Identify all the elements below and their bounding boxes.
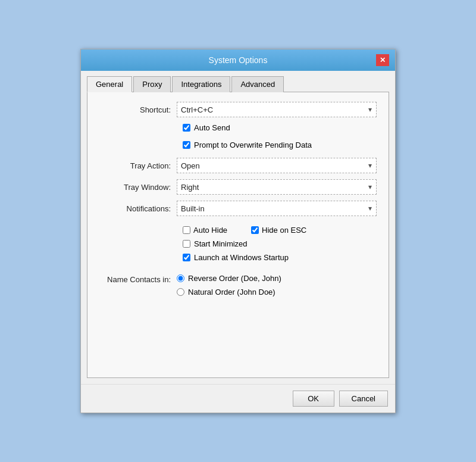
reverse-order-label: Reverse Order (Doe, John) (188, 274, 281, 283)
tab-content-general: Shortcut: Ctrl+C+C Ctrl+Shift+C Ctrl+Alt… (87, 92, 389, 378)
auto-send-checkbox[interactable] (183, 124, 190, 132)
start-minimized-row: Start Minimized (99, 239, 377, 248)
launch-startup-row: Launch at Windows Startup (99, 253, 377, 262)
name-contacts-radio-group: Reverse Order (Doe, John) Natural Order … (177, 274, 377, 296)
tab-bar: General Proxy Integrations Advanced (87, 76, 389, 92)
dialog-system-options: System Options ✕ General Proxy Integrati… (80, 49, 396, 413)
notifications-select[interactable]: Built-in System None (177, 201, 377, 216)
tab-proxy[interactable]: Proxy (133, 76, 171, 92)
hide-on-esc-item: Hide on ESC (251, 226, 306, 235)
tab-advanced[interactable]: Advanced (231, 76, 284, 92)
tray-window-row: Tray Window: Right Left Center (99, 179, 377, 195)
tray-action-select-wrap: Open Minimize Close (177, 158, 377, 173)
launch-startup-label: Launch at Windows Startup (194, 253, 289, 262)
auto-hide-checkbox[interactable] (183, 226, 190, 234)
name-contacts-label: Name Contacts in: (99, 274, 177, 284)
notifications-select-wrap: Built-in System None (177, 201, 377, 216)
tray-window-control: Right Left Center (177, 179, 377, 195)
natural-order-label: Natural Order (John Doe) (188, 288, 275, 296)
tray-window-select-wrap: Right Left Center (177, 179, 377, 195)
dialog-footer: OK Cancel (81, 384, 395, 413)
tray-action-row: Tray Action: Open Minimize Close (99, 158, 377, 173)
dialog-body: General Proxy Integrations Advanced Shor… (81, 71, 395, 384)
reverse-order-radio[interactable] (177, 274, 184, 282)
name-contacts-control: Reverse Order (Doe, John) Natural Order … (177, 274, 377, 296)
shortcut-select-wrap: Ctrl+C+C Ctrl+Shift+C Ctrl+Alt+C (177, 102, 377, 117)
prompt-overwrite-row: Prompt to Overwrite Pending Data (99, 141, 377, 149)
tray-window-select[interactable]: Right Left Center (177, 179, 377, 195)
auto-hide-label: Auto Hide (193, 226, 227, 235)
prompt-overwrite-label: Prompt to Overwrite Pending Data (194, 141, 312, 149)
tray-window-label: Tray Window: (99, 183, 177, 192)
ok-button[interactable]: OK (293, 391, 334, 407)
notifications-control: Built-in System None (177, 201, 377, 216)
notifications-label: Notifications: (99, 204, 177, 213)
natural-order-radio[interactable] (177, 288, 184, 296)
shortcut-row: Shortcut: Ctrl+C+C Ctrl+Shift+C Ctrl+Alt… (99, 102, 377, 117)
auto-hide-item: Auto Hide (183, 226, 227, 235)
tray-action-select[interactable]: Open Minimize Close (177, 158, 377, 173)
tray-action-control: Open Minimize Close (177, 158, 377, 173)
cancel-button[interactable]: Cancel (339, 391, 388, 407)
name-contacts-row: Name Contacts in: Reverse Order (Doe, Jo… (99, 274, 377, 296)
title-bar: System Options ✕ (81, 49, 395, 71)
natural-order-item: Natural Order (John Doe) (177, 288, 377, 296)
tab-general[interactable]: General (87, 76, 132, 92)
launch-startup-checkbox[interactable] (183, 254, 190, 261)
shortcut-select[interactable]: Ctrl+C+C Ctrl+Shift+C Ctrl+Alt+C (177, 102, 377, 117)
tab-integrations[interactable]: Integrations (172, 76, 230, 92)
hide-options-row: Auto Hide Hide on ESC (99, 226, 377, 235)
hide-on-esc-checkbox[interactable] (251, 226, 259, 234)
tray-action-label: Tray Action: (99, 161, 177, 170)
notifications-row: Notifications: Built-in System None (99, 201, 377, 216)
auto-send-row: Auto Send (99, 123, 377, 132)
reverse-order-item: Reverse Order (Doe, John) (177, 274, 377, 283)
start-minimized-checkbox[interactable] (183, 240, 190, 248)
shortcut-control: Ctrl+C+C Ctrl+Shift+C Ctrl+Alt+C (177, 102, 377, 117)
hide-on-esc-label: Hide on ESC (262, 226, 306, 235)
close-button[interactable]: ✕ (376, 54, 389, 66)
shortcut-label: Shortcut: (99, 105, 177, 114)
start-minimized-label: Start Minimized (194, 239, 248, 248)
prompt-overwrite-checkbox[interactable] (183, 141, 190, 149)
dialog-title: System Options (100, 55, 376, 65)
auto-send-label: Auto Send (194, 123, 230, 132)
